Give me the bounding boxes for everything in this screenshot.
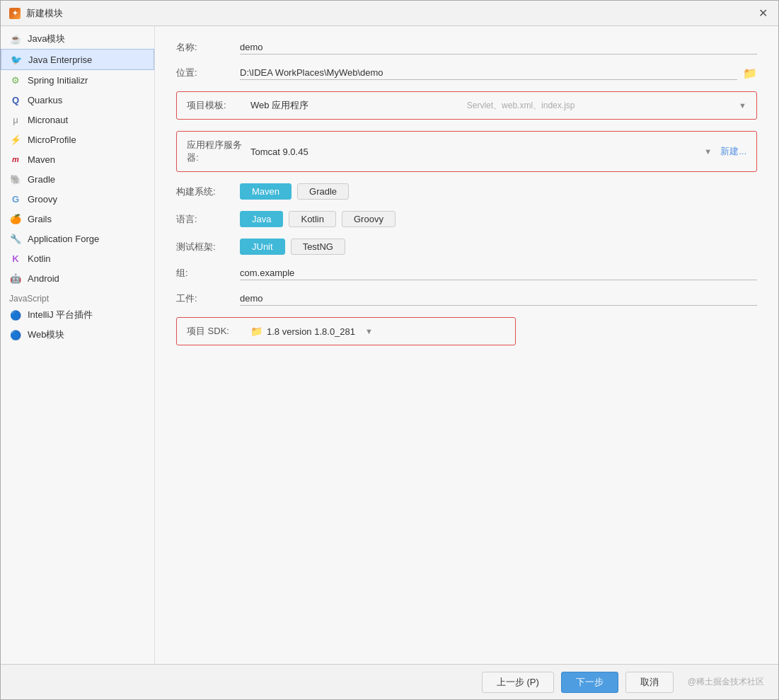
build-maven-button[interactable]: Maven	[240, 183, 292, 200]
java-module-icon: ☕	[9, 33, 22, 45]
server-label: 应用程序服务器:	[187, 139, 250, 164]
name-row: 名称:	[176, 40, 757, 54]
web-module-icon: 🔵	[9, 328, 22, 341]
microprofile-icon: ⚡	[9, 133, 22, 146]
lang-java-button[interactable]: Java	[240, 211, 283, 227]
sdk-arrow-icon: ▼	[365, 327, 373, 335]
sidebar-item-intellij-plugin[interactable]: 🔵 IntelliJ 平台插件	[1, 305, 154, 325]
sdk-dropdown[interactable]: 📁 1.8 version 1.8.0_281 ▼	[250, 326, 505, 337]
sidebar-item-quarkus[interactable]: Q Quarkus	[1, 90, 154, 110]
quarkus-icon: Q	[9, 93, 22, 106]
next-button[interactable]: 下一步	[561, 672, 618, 693]
sidebar-item-java-enterprise[interactable]: 🐦 Java Enterprise	[1, 49, 154, 70]
sidebar-item-maven[interactable]: m Maven	[1, 149, 154, 169]
sidebar-item-micronaut[interactable]: μ Micronaut	[1, 110, 154, 130]
group-row: 组:	[176, 266, 757, 280]
template-section: 项目模板: Web 应用程序 Servlet、web.xml、index.jsp…	[176, 91, 757, 120]
title-bar-left: ✦ 新建模块	[9, 7, 63, 20]
sidebar-item-kotlin[interactable]: K Kotlin	[1, 248, 154, 268]
sidebar-item-gradle[interactable]: 🐘 Gradle	[1, 169, 154, 189]
server-row: 应用程序服务器: Tomcat 9.0.45 ▼ 新建...	[187, 139, 746, 164]
dialog-title: 新建模块	[26, 7, 63, 20]
sdk-section: 项目 SDK: 📁 1.8 version 1.8.0_281 ▼	[176, 317, 516, 345]
kotlin-icon: K	[9, 252, 22, 265]
groovy-icon: G	[9, 193, 22, 205]
sidebar-label-appforge: Application Forge	[28, 234, 99, 244]
sidebar-label-gradle: Gradle	[28, 174, 55, 185]
java-enterprise-icon: 🐦	[10, 53, 23, 66]
sidebar-label-microprofile: MicroProfile	[28, 134, 76, 145]
sidebar-item-android[interactable]: 🤖 Android	[1, 268, 154, 288]
footer: 上一步 (P) 下一步 取消 @稀土掘金技术社区	[1, 664, 778, 699]
sidebar-label-micronaut: Micronaut	[28, 115, 68, 125]
javascript-section-label: JavaScript	[1, 288, 154, 305]
location-path: D:\IDEA WorkPlaces\MyWeb\demo 📁	[240, 66, 757, 80]
language-row: 语言: Java Kotlin Groovy	[176, 211, 757, 227]
intellij-plugin-icon: 🔵	[9, 309, 22, 321]
location-label: 位置:	[176, 67, 240, 79]
sidebar-item-grails[interactable]: 🍊 Grails	[1, 209, 154, 229]
server-section: 应用程序服务器: Tomcat 9.0.45 ▼ 新建...	[176, 131, 757, 172]
template-row: 项目模板: Web 应用程序 Servlet、web.xml、index.jsp…	[187, 99, 746, 112]
sdk-value: 1.8 version 1.8.0_281	[267, 326, 355, 337]
sdk-label: 项目 SDK:	[187, 325, 250, 338]
spring-icon: ⚙	[9, 74, 22, 86]
server-arrow-icon: ▼	[704, 147, 712, 156]
lang-kotlin-button[interactable]: Kotlin	[289, 211, 336, 227]
watermark: @稀土掘金技术社区	[688, 676, 764, 688]
test-testng-button[interactable]: TestNG	[291, 239, 345, 255]
sidebar-label-web-module: Web模块	[28, 328, 65, 341]
location-row: 位置: D:\IDEA WorkPlaces\MyWeb\demo 📁	[176, 66, 757, 80]
dialog-icon: ✦	[9, 8, 21, 19]
close-button[interactable]: ✕	[756, 6, 770, 21]
artifact-row: 工件:	[176, 292, 757, 306]
title-bar: ✦ 新建模块 ✕	[1, 1, 778, 26]
sidebar-item-java-module[interactable]: ☕ Java模块	[1, 29, 154, 49]
new-server-button[interactable]: 新建...	[720, 145, 746, 158]
appforge-icon: 🔧	[9, 232, 22, 245]
sidebar-label-intellij-plugin: IntelliJ 平台插件	[28, 309, 93, 321]
cancel-button[interactable]: 取消	[625, 672, 674, 693]
browse-folder-button[interactable]: 📁	[743, 67, 757, 80]
sidebar-label-java-module: Java模块	[28, 33, 65, 45]
micronaut-icon: μ	[9, 113, 22, 126]
sidebar-label-spring: Spring Initializr	[28, 75, 88, 86]
group-input[interactable]	[240, 266, 757, 280]
grails-icon: 🍊	[9, 212, 22, 225]
server-value: Tomcat 9.0.45	[250, 147, 308, 157]
sidebar-label-java-enterprise: Java Enterprise	[28, 54, 92, 65]
test-label: 测试框架:	[176, 241, 240, 253]
sidebar-item-microprofile[interactable]: ⚡ MicroProfile	[1, 130, 154, 149]
main-panel: 名称: 位置: D:\IDEA WorkPlaces\MyWeb\demo 📁 …	[155, 26, 778, 664]
build-gradle-button[interactable]: Gradle	[297, 183, 349, 200]
test-junit-button[interactable]: JUnit	[240, 239, 285, 255]
prev-button[interactable]: 上一步 (P)	[482, 672, 554, 693]
content-area: ☕ Java模块 🐦 Java Enterprise ⚙ Spring Init…	[1, 26, 778, 664]
name-input[interactable]	[240, 40, 757, 54]
template-label: 项目模板:	[187, 99, 250, 112]
language-label: 语言:	[176, 213, 240, 226]
sidebar-label-maven: Maven	[28, 154, 55, 165]
android-icon: 🤖	[9, 272, 22, 285]
gradle-icon: 🐘	[9, 173, 22, 185]
server-dropdown[interactable]: Tomcat 9.0.45 ▼	[250, 147, 712, 157]
sidebar-item-appforge[interactable]: 🔧 Application Forge	[1, 229, 154, 248]
new-module-dialog: ✦ 新建模块 ✕ ☕ Java模块 🐦 Java Enterprise ⚙ Sp…	[0, 0, 779, 700]
maven-icon: m	[9, 153, 22, 166]
artifact-label: 工件:	[176, 292, 240, 305]
sidebar-item-web-module[interactable]: 🔵 Web模块	[1, 325, 154, 345]
lang-groovy-button[interactable]: Groovy	[342, 211, 396, 227]
group-label: 组:	[176, 267, 240, 280]
sidebar-label-quarkus: Quarkus	[28, 95, 62, 105]
template-dropdown[interactable]: Web 应用程序 Servlet、web.xml、index.jsp ▼	[250, 99, 746, 112]
sidebar-item-spring[interactable]: ⚙ Spring Initializr	[1, 70, 154, 90]
build-row: 构建系统: Maven Gradle	[176, 183, 757, 200]
sidebar-label-kotlin: Kotlin	[28, 253, 51, 264]
sdk-folder-icon: 📁	[250, 326, 262, 337]
sidebar-label-android: Android	[28, 273, 59, 284]
template-hint: Servlet、web.xml、index.jsp	[467, 100, 575, 112]
sidebar: ☕ Java模块 🐦 Java Enterprise ⚙ Spring Init…	[1, 26, 155, 664]
sidebar-label-grails: Grails	[28, 214, 52, 224]
artifact-input[interactable]	[240, 292, 757, 306]
sidebar-item-groovy[interactable]: G Groovy	[1, 189, 154, 209]
